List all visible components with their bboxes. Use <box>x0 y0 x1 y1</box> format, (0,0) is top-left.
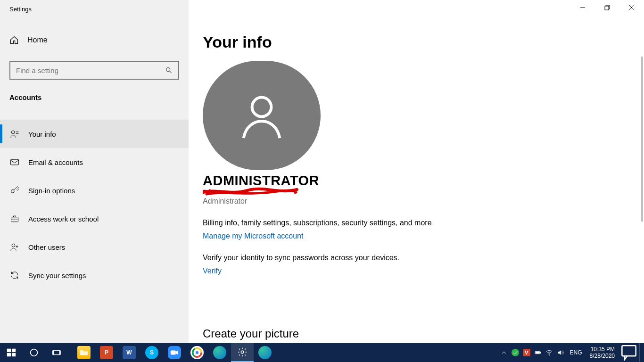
tray-clock[interactable]: 10:35 PM 8/28/2020 <box>586 346 619 359</box>
v-logo-icon: V <box>523 349 530 356</box>
tray-time: 10:35 PM <box>590 346 615 353</box>
chrome-icon <box>190 346 204 359</box>
taskbar-app-skype[interactable]: S <box>140 343 163 362</box>
sidebar-item-label: Email & accounts <box>28 158 83 166</box>
show-desktop-button[interactable] <box>639 343 642 362</box>
search-box[interactable] <box>9 61 179 80</box>
zoom-icon <box>168 346 181 359</box>
user-name: ADMINISTRATOR <box>203 173 630 189</box>
svg-point-7 <box>11 189 15 193</box>
manage-account-link[interactable]: Manage my Microsoft account <box>203 232 303 240</box>
your-info-icon <box>9 129 20 139</box>
taskbar-right: V ENG 10:35 PM 8/28/2020 <box>498 343 644 362</box>
folder-icon <box>77 346 91 359</box>
skype-icon: S <box>145 346 158 359</box>
word-icon: W <box>123 346 136 359</box>
tray-app-v[interactable]: V <box>521 343 532 362</box>
category-heading: Accounts <box>9 93 41 101</box>
sidebar-item-sync-settings[interactable]: Sync your settings <box>0 261 189 289</box>
person-icon <box>233 87 290 144</box>
battery-icon <box>534 349 542 356</box>
svg-rect-6 <box>11 159 19 165</box>
taskbar-app-settings[interactable] <box>231 343 254 362</box>
svg-rect-35 <box>540 352 540 354</box>
home-icon <box>9 35 19 45</box>
tray-battery[interactable] <box>532 343 544 362</box>
svg-rect-26 <box>171 350 176 354</box>
taskbar-app-powerpoint[interactable]: P <box>95 343 118 362</box>
circle-icon <box>29 347 39 358</box>
taskbar-app-word[interactable]: W <box>118 343 140 362</box>
action-center-button[interactable] <box>619 343 639 362</box>
task-view-button[interactable] <box>45 343 68 362</box>
sidebar-item-access-work-school[interactable]: Access work or school <box>0 205 189 233</box>
sidebar-item-signin-options[interactable]: Sign-in options <box>0 176 189 205</box>
svg-rect-36 <box>536 352 539 354</box>
search-input[interactable] <box>16 66 165 74</box>
svg-point-22 <box>31 349 38 356</box>
svg-point-10 <box>12 244 15 247</box>
powerpoint-icon: P <box>100 346 113 359</box>
svg-rect-38 <box>622 346 636 356</box>
window-controls <box>570 0 644 19</box>
search-icon <box>165 66 173 74</box>
svg-rect-23 <box>54 350 60 354</box>
mail-icon <box>9 157 20 167</box>
window-title: Settings <box>9 6 32 13</box>
svg-rect-20 <box>7 353 11 356</box>
tray-date: 8/28/2020 <box>590 353 615 359</box>
taskbar-left: P W S <box>0 343 276 362</box>
tray-app-green[interactable] <box>510 343 521 362</box>
gear-icon <box>237 347 248 357</box>
sync-icon <box>9 270 20 280</box>
svg-point-33 <box>241 351 244 354</box>
maximize-button[interactable] <box>595 0 619 15</box>
sidebar-item-email-accounts[interactable]: Email & accounts <box>0 148 189 176</box>
svg-line-1 <box>170 71 172 73</box>
svg-point-13 <box>252 98 272 117</box>
svg-point-37 <box>549 355 549 355</box>
start-button[interactable] <box>0 343 23 362</box>
svg-point-0 <box>166 68 170 72</box>
taskbar: P W S V ENG 10:35 PM 8/28/2020 <box>0 343 644 362</box>
billing-blurb: Billing info, family settings, subscript… <box>203 219 630 227</box>
verify-link[interactable]: Verify <box>203 267 222 275</box>
sidebar-item-your-info[interactable]: Your info <box>0 120 189 148</box>
edge-icon <box>213 346 226 359</box>
taskbar-app-chrome[interactable] <box>186 343 208 362</box>
cortana-button[interactable] <box>23 343 45 362</box>
content-scrollbar[interactable] <box>641 57 643 222</box>
taskbar-app-edge[interactable] <box>208 343 231 362</box>
minimize-button[interactable] <box>570 0 595 15</box>
sidebar-item-other-users[interactable]: Other users <box>0 233 189 261</box>
check-circle-icon <box>512 349 519 356</box>
tray-overflow-button[interactable] <box>498 343 510 362</box>
tray-volume[interactable] <box>555 343 566 362</box>
verify-blurb: Verify your identity to sync passwords a… <box>203 254 630 262</box>
sidebar-item-label: Other users <box>28 243 65 251</box>
svg-rect-18 <box>7 349 11 352</box>
svg-rect-15 <box>605 6 609 10</box>
wifi-icon <box>545 349 553 356</box>
task-view-icon <box>51 347 62 358</box>
edge-icon <box>258 346 272 359</box>
settings-sidebar: Settings Home Accounts Your info <box>0 0 189 343</box>
svg-rect-21 <box>12 353 16 356</box>
chevron-up-icon <box>500 349 508 356</box>
briefcase-icon <box>9 214 20 224</box>
tray-wifi[interactable] <box>544 343 555 362</box>
speaker-icon <box>557 349 564 356</box>
settings-content: Your info ADMINISTRATOR Administrator Bi… <box>189 0 644 343</box>
home-button[interactable]: Home <box>9 35 48 45</box>
taskbar-app-file-explorer[interactable] <box>73 343 95 362</box>
svg-rect-8 <box>11 217 18 222</box>
sidebar-item-label: Access work or school <box>28 215 99 223</box>
taskbar-app-zoom[interactable] <box>163 343 186 362</box>
create-picture-heading: Create your picture <box>203 327 299 340</box>
tray-language[interactable]: ENG <box>566 349 586 356</box>
taskbar-app-edge-2[interactable] <box>254 343 276 362</box>
svg-rect-19 <box>12 349 16 352</box>
close-button[interactable] <box>619 0 644 15</box>
avatar <box>203 61 321 170</box>
windows-icon <box>6 347 17 358</box>
